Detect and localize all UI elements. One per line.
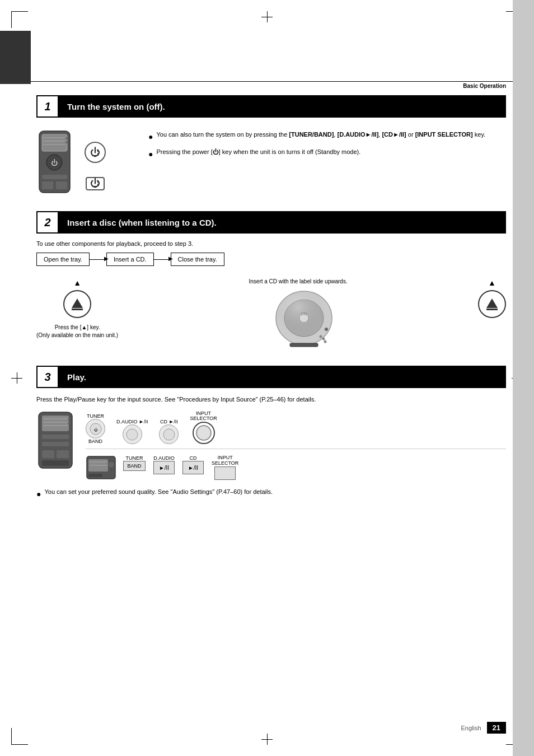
eject-note: Press the [▲] key.(Only available on the… [36, 324, 118, 339]
svg-text:⏻: ⏻ [51, 159, 58, 167]
flow-insert-cd: Insert a CD. [106, 253, 154, 266]
unit-input-label: INPUTSELECTOR [212, 455, 238, 466]
header-divider [31, 81, 513, 82]
left-dark-block [0, 31, 31, 84]
eject-symbol-right: ▲ [488, 278, 496, 287]
step1-number: 1 [36, 95, 59, 118]
svg-rect-29 [486, 309, 498, 310]
input-selector-button[interactable] [193, 422, 215, 444]
main-unit-row: TUNER BAND D.AUDIO ►/II CD ►/II INP [86, 454, 506, 482]
unit-daudio-button[interactable]: ►/II [153, 461, 175, 474]
step2-number: 2 [36, 211, 59, 234]
devices-separator [86, 449, 506, 449]
svg-rect-41 [42, 460, 69, 466]
step1-header: 1 Turn the system on (off). [36, 95, 506, 118]
close-tray-diagram: ▲ [478, 278, 506, 321]
step3-header: 3 Play. [36, 366, 506, 388]
power-button-icon: ⏻ [84, 141, 106, 164]
step3-remote-image [36, 411, 74, 470]
svg-rect-11 [56, 181, 67, 189]
step1-bullet1: ● You can also turn the system on by pre… [148, 130, 506, 143]
cd-insert-diagram: Insert a CD with the label side upwards. [135, 278, 461, 349]
daudio-group: D.AUDIO ►/II [116, 419, 148, 444]
svg-point-26 [324, 340, 326, 343]
svg-point-45 [163, 429, 175, 440]
band-label: BAND [88, 438, 102, 444]
step1-images: ⏻ ⏻ ⏻ [36, 130, 137, 194]
input-selector-label: INPUTSELECTOR [190, 411, 217, 422]
svg-rect-10 [42, 181, 53, 189]
unit-buttons-row: TUNER BAND D.AUDIO ►/II CD ►/II INP [123, 455, 238, 480]
crosshair-top [261, 11, 273, 22]
step2-header: 2 Insert a disc (when listening to a CD)… [36, 211, 506, 234]
step1-section: 1 Turn the system on (off). [36, 95, 506, 200]
cd-label: CD ►/II [160, 419, 178, 424]
step3-devices: TUNER ⏻ BAND D.AUDIO ►/II CD ►/II [36, 411, 506, 482]
step2-intro: To use other components for playback, pr… [36, 240, 506, 247]
svg-text:⏻: ⏻ [90, 147, 100, 158]
step1-text: ● You can also turn the system on by pre… [148, 130, 506, 194]
unit-cd-group: CD ►/II [182, 455, 204, 474]
svg-rect-39 [42, 450, 54, 458]
step1-title: Turn the system on (off). [59, 95, 506, 118]
step1-bullet2: ● Pressing the power [⏻] key when the un… [148, 147, 506, 160]
section-label: Basic Operation [463, 83, 506, 89]
tuner-button[interactable]: ⏻ [86, 419, 105, 438]
power-button-2-icon: ⏻ [84, 172, 106, 194]
footer-language: English [461, 725, 481, 731]
svg-text:CD: CD [301, 311, 307, 316]
svg-point-6 [65, 141, 68, 143]
unit-daudio-label: D.AUDIO [153, 455, 175, 461]
daudio-button[interactable] [123, 424, 142, 444]
main-unit-icon [86, 454, 116, 482]
close-tray-button-icon [478, 290, 506, 318]
cd-button[interactable] [159, 424, 179, 444]
svg-point-51 [109, 462, 114, 468]
crosshair-bottom [261, 734, 273, 745]
svg-point-44 [127, 429, 138, 440]
cd-group: CD ►/II [159, 419, 179, 444]
cd-insert-label: Insert a CD with the label side upwards. [249, 278, 347, 284]
svg-point-25 [322, 338, 325, 340]
svg-point-23 [325, 328, 328, 331]
footer-page-number: 21 [487, 722, 506, 734]
step3-number: 3 [36, 366, 59, 388]
unit-tuner-label: TUNER [126, 455, 143, 461]
unit-daudio-group: D.AUDIO ►/II [153, 455, 175, 474]
remote-step3-icon [36, 411, 74, 470]
svg-rect-1 [42, 134, 67, 151]
eject-symbol: ▲ [73, 278, 81, 287]
remote-buttons-area: TUNER ⏻ BAND D.AUDIO ►/II CD ►/II [86, 411, 506, 482]
svg-marker-28 [486, 298, 498, 308]
svg-marker-16 [72, 298, 83, 308]
daudio-label: D.AUDIO ►/II [116, 419, 148, 424]
svg-point-21 [276, 291, 332, 345]
step3-title: Play. [59, 366, 506, 388]
step3-note: ● You can set your preferred sound quali… [36, 488, 506, 498]
tuner-band-group: TUNER ⏻ BAND [86, 413, 105, 444]
svg-rect-40 [57, 450, 69, 458]
svg-point-46 [196, 426, 211, 440]
unit-input-button[interactable] [214, 466, 236, 480]
unit-band-button[interactable]: BAND [123, 461, 146, 471]
flow-open-tray: Open the tray. [36, 253, 90, 266]
main-content: 1 Turn the system on (off). [36, 95, 506, 510]
remote-control-icon: ⏻ [36, 130, 73, 194]
unit-cd-button[interactable]: ►/II [182, 461, 204, 474]
svg-rect-52 [88, 474, 102, 477]
step2-section: 2 Insert a disc (when listening to a CD)… [36, 211, 506, 354]
cd-disc-icon: CD [259, 287, 338, 349]
svg-rect-22 [290, 343, 318, 347]
step3-intro: Press the Play/Pause key for the input s… [36, 395, 506, 404]
note-bullet: ● [36, 489, 41, 498]
remote-buttons-row: TUNER ⏻ BAND D.AUDIO ►/II CD ►/II [86, 411, 506, 445]
open-tray-diagram: ▲ Press the [▲] key.(Only available on t… [36, 278, 118, 339]
svg-rect-37 [42, 435, 69, 439]
svg-text:⏻: ⏻ [90, 178, 100, 189]
svg-rect-9 [42, 175, 67, 179]
svg-point-24 [319, 335, 322, 338]
input-selector-group: INPUTSELECTOR [190, 411, 217, 445]
step2-title: Insert a disc (when listening to a CD). [59, 211, 506, 234]
eject-button-icon [63, 290, 91, 318]
bullet-dot-1: ● [148, 131, 153, 143]
